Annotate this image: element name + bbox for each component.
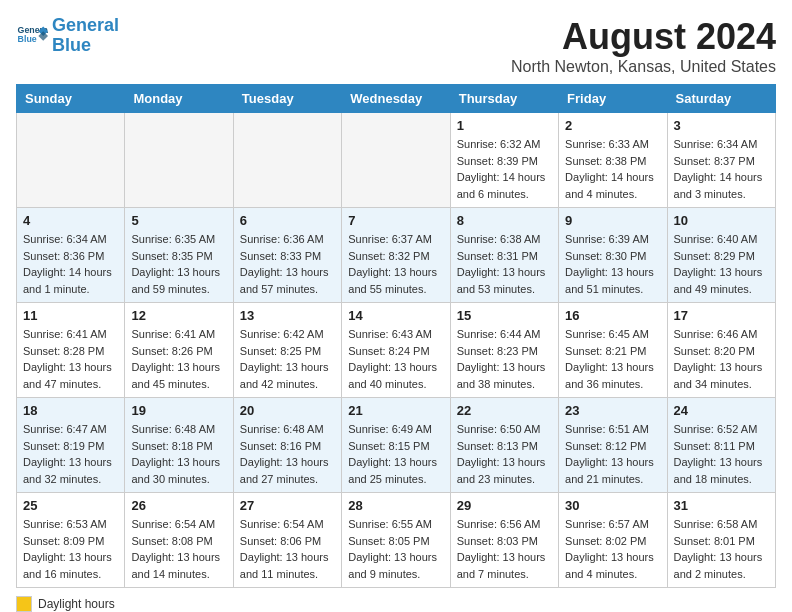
title-block: August 2024 North Newton, Kansas, United… xyxy=(511,16,776,76)
day-info: Sunrise: 6:36 AMSunset: 8:33 PMDaylight:… xyxy=(240,231,335,297)
calendar-cell xyxy=(17,113,125,208)
day-number: 7 xyxy=(348,213,443,228)
calendar-cell: 7Sunrise: 6:37 AMSunset: 8:32 PMDaylight… xyxy=(342,208,450,303)
day-number: 10 xyxy=(674,213,769,228)
logo-icon: General Blue xyxy=(16,20,48,52)
calendar-week-5: 25Sunrise: 6:53 AMSunset: 8:09 PMDayligh… xyxy=(17,493,776,588)
logo-text: General Blue xyxy=(52,16,119,56)
day-number: 30 xyxy=(565,498,660,513)
day-number: 15 xyxy=(457,308,552,323)
day-info: Sunrise: 6:41 AMSunset: 8:28 PMDaylight:… xyxy=(23,326,118,392)
calendar-cell: 13Sunrise: 6:42 AMSunset: 8:25 PMDayligh… xyxy=(233,303,341,398)
day-info: Sunrise: 6:54 AMSunset: 8:06 PMDaylight:… xyxy=(240,516,335,582)
day-number: 9 xyxy=(565,213,660,228)
day-number: 20 xyxy=(240,403,335,418)
calendar-cell: 10Sunrise: 6:40 AMSunset: 8:29 PMDayligh… xyxy=(667,208,775,303)
calendar-week-4: 18Sunrise: 6:47 AMSunset: 8:19 PMDayligh… xyxy=(17,398,776,493)
day-number: 24 xyxy=(674,403,769,418)
day-number: 19 xyxy=(131,403,226,418)
day-info: Sunrise: 6:35 AMSunset: 8:35 PMDaylight:… xyxy=(131,231,226,297)
calendar-cell: 12Sunrise: 6:41 AMSunset: 8:26 PMDayligh… xyxy=(125,303,233,398)
calendar-cell: 1Sunrise: 6:32 AMSunset: 8:39 PMDaylight… xyxy=(450,113,558,208)
day-info: Sunrise: 6:34 AMSunset: 8:36 PMDaylight:… xyxy=(23,231,118,297)
calendar-cell: 11Sunrise: 6:41 AMSunset: 8:28 PMDayligh… xyxy=(17,303,125,398)
day-number: 14 xyxy=(348,308,443,323)
day-number: 17 xyxy=(674,308,769,323)
calendar-cell: 5Sunrise: 6:35 AMSunset: 8:35 PMDaylight… xyxy=(125,208,233,303)
day-number: 29 xyxy=(457,498,552,513)
day-number: 21 xyxy=(348,403,443,418)
calendar-cell: 23Sunrise: 6:51 AMSunset: 8:12 PMDayligh… xyxy=(559,398,667,493)
month-title: August 2024 xyxy=(511,16,776,58)
calendar-week-3: 11Sunrise: 6:41 AMSunset: 8:28 PMDayligh… xyxy=(17,303,776,398)
calendar-cell xyxy=(125,113,233,208)
day-number: 16 xyxy=(565,308,660,323)
calendar-cell: 26Sunrise: 6:54 AMSunset: 8:08 PMDayligh… xyxy=(125,493,233,588)
day-info: Sunrise: 6:54 AMSunset: 8:08 PMDaylight:… xyxy=(131,516,226,582)
day-number: 5 xyxy=(131,213,226,228)
legend-label: Daylight hours xyxy=(38,597,115,611)
day-number: 8 xyxy=(457,213,552,228)
day-info: Sunrise: 6:43 AMSunset: 8:24 PMDaylight:… xyxy=(348,326,443,392)
day-info: Sunrise: 6:50 AMSunset: 8:13 PMDaylight:… xyxy=(457,421,552,487)
day-number: 25 xyxy=(23,498,118,513)
day-info: Sunrise: 6:48 AMSunset: 8:18 PMDaylight:… xyxy=(131,421,226,487)
calendar-cell: 14Sunrise: 6:43 AMSunset: 8:24 PMDayligh… xyxy=(342,303,450,398)
col-header-thursday: Thursday xyxy=(450,85,558,113)
day-info: Sunrise: 6:38 AMSunset: 8:31 PMDaylight:… xyxy=(457,231,552,297)
calendar-cell: 29Sunrise: 6:56 AMSunset: 8:03 PMDayligh… xyxy=(450,493,558,588)
calendar-week-1: 1Sunrise: 6:32 AMSunset: 8:39 PMDaylight… xyxy=(17,113,776,208)
day-number: 11 xyxy=(23,308,118,323)
calendar-cell: 15Sunrise: 6:44 AMSunset: 8:23 PMDayligh… xyxy=(450,303,558,398)
calendar-cell: 8Sunrise: 6:38 AMSunset: 8:31 PMDaylight… xyxy=(450,208,558,303)
col-header-friday: Friday xyxy=(559,85,667,113)
day-info: Sunrise: 6:47 AMSunset: 8:19 PMDaylight:… xyxy=(23,421,118,487)
calendar-cell xyxy=(233,113,341,208)
page-header: General Blue General Blue August 2024 No… xyxy=(16,16,776,76)
day-number: 12 xyxy=(131,308,226,323)
day-info: Sunrise: 6:33 AMSunset: 8:38 PMDaylight:… xyxy=(565,136,660,202)
calendar-cell: 18Sunrise: 6:47 AMSunset: 8:19 PMDayligh… xyxy=(17,398,125,493)
calendar-cell: 3Sunrise: 6:34 AMSunset: 8:37 PMDaylight… xyxy=(667,113,775,208)
calendar-cell: 17Sunrise: 6:46 AMSunset: 8:20 PMDayligh… xyxy=(667,303,775,398)
calendar-cell: 30Sunrise: 6:57 AMSunset: 8:02 PMDayligh… xyxy=(559,493,667,588)
legend-box xyxy=(16,596,32,612)
calendar-cell: 21Sunrise: 6:49 AMSunset: 8:15 PMDayligh… xyxy=(342,398,450,493)
day-number: 2 xyxy=(565,118,660,133)
day-info: Sunrise: 6:44 AMSunset: 8:23 PMDaylight:… xyxy=(457,326,552,392)
col-header-sunday: Sunday xyxy=(17,85,125,113)
day-number: 26 xyxy=(131,498,226,513)
day-info: Sunrise: 6:49 AMSunset: 8:15 PMDaylight:… xyxy=(348,421,443,487)
day-info: Sunrise: 6:53 AMSunset: 8:09 PMDaylight:… xyxy=(23,516,118,582)
day-number: 31 xyxy=(674,498,769,513)
col-header-wednesday: Wednesday xyxy=(342,85,450,113)
calendar-cell: 31Sunrise: 6:58 AMSunset: 8:01 PMDayligh… xyxy=(667,493,775,588)
day-info: Sunrise: 6:41 AMSunset: 8:26 PMDaylight:… xyxy=(131,326,226,392)
calendar-cell: 20Sunrise: 6:48 AMSunset: 8:16 PMDayligh… xyxy=(233,398,341,493)
day-info: Sunrise: 6:57 AMSunset: 8:02 PMDaylight:… xyxy=(565,516,660,582)
day-number: 18 xyxy=(23,403,118,418)
day-number: 22 xyxy=(457,403,552,418)
legend: Daylight hours xyxy=(16,596,776,612)
day-info: Sunrise: 6:40 AMSunset: 8:29 PMDaylight:… xyxy=(674,231,769,297)
day-info: Sunrise: 6:45 AMSunset: 8:21 PMDaylight:… xyxy=(565,326,660,392)
day-number: 23 xyxy=(565,403,660,418)
calendar-cell: 6Sunrise: 6:36 AMSunset: 8:33 PMDaylight… xyxy=(233,208,341,303)
calendar-cell: 25Sunrise: 6:53 AMSunset: 8:09 PMDayligh… xyxy=(17,493,125,588)
day-info: Sunrise: 6:52 AMSunset: 8:11 PMDaylight:… xyxy=(674,421,769,487)
day-info: Sunrise: 6:37 AMSunset: 8:32 PMDaylight:… xyxy=(348,231,443,297)
col-header-tuesday: Tuesday xyxy=(233,85,341,113)
day-info: Sunrise: 6:39 AMSunset: 8:30 PMDaylight:… xyxy=(565,231,660,297)
day-info: Sunrise: 6:58 AMSunset: 8:01 PMDaylight:… xyxy=(674,516,769,582)
col-header-monday: Monday xyxy=(125,85,233,113)
day-info: Sunrise: 6:34 AMSunset: 8:37 PMDaylight:… xyxy=(674,136,769,202)
location-title: North Newton, Kansas, United States xyxy=(511,58,776,76)
calendar-cell: 16Sunrise: 6:45 AMSunset: 8:21 PMDayligh… xyxy=(559,303,667,398)
day-info: Sunrise: 6:48 AMSunset: 8:16 PMDaylight:… xyxy=(240,421,335,487)
day-number: 4 xyxy=(23,213,118,228)
day-info: Sunrise: 6:56 AMSunset: 8:03 PMDaylight:… xyxy=(457,516,552,582)
day-number: 28 xyxy=(348,498,443,513)
svg-text:Blue: Blue xyxy=(18,34,37,44)
calendar-table: SundayMondayTuesdayWednesdayThursdayFrid… xyxy=(16,84,776,588)
calendar-cell: 28Sunrise: 6:55 AMSunset: 8:05 PMDayligh… xyxy=(342,493,450,588)
